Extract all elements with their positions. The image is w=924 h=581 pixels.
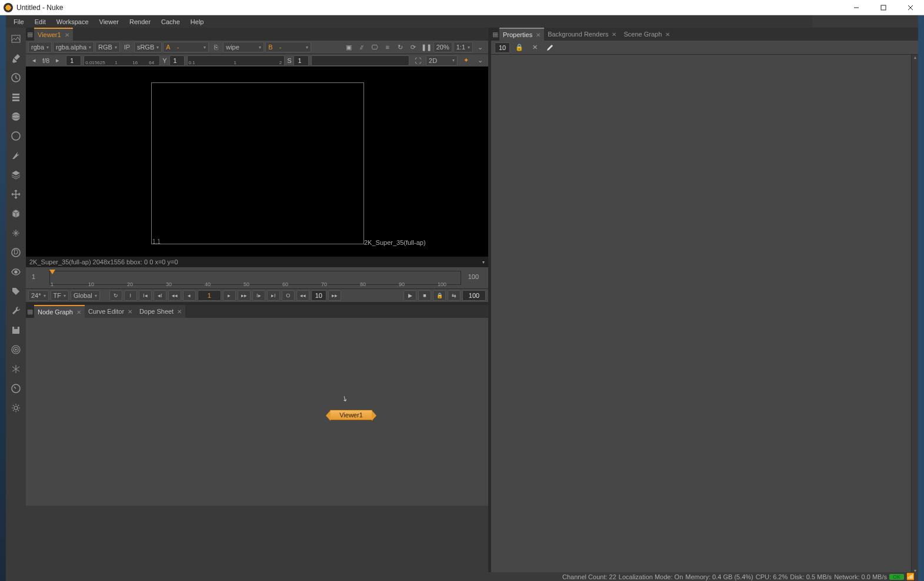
- clip-icon[interactable]: ⎘: [210, 42, 222, 52]
- cube-icon[interactable]: [9, 207, 22, 220]
- save-icon[interactable]: [9, 324, 22, 337]
- scroll-up-icon[interactable]: ▴: [912, 55, 918, 62]
- channel-selector-1[interactable]: rgba▾: [28, 42, 52, 52]
- bbox-icon[interactable]: ⛶: [412, 55, 423, 66]
- zoom-selector[interactable]: 20%: [433, 42, 452, 52]
- loop-icon[interactable]: ↻: [109, 290, 122, 301]
- current-frame-field[interactable]: 1: [198, 290, 221, 301]
- lock-range-icon[interactable]: 🔒: [433, 290, 446, 301]
- roi-icon[interactable]: ▣: [343, 42, 355, 52]
- snow-icon[interactable]: [9, 363, 22, 376]
- properties-max-field[interactable]: 10: [495, 42, 510, 53]
- chevron-down-icon[interactable]: ⌄: [474, 55, 486, 66]
- frame-skip-field[interactable]: 10: [311, 290, 326, 301]
- menu-help[interactable]: Help: [185, 16, 209, 27]
- particles-icon[interactable]: [9, 227, 22, 240]
- tab-dope-sheet[interactable]: Dope Sheet✕: [136, 305, 185, 318]
- edit-icon[interactable]: [544, 42, 556, 53]
- gauge-icon[interactable]: [9, 382, 22, 395]
- fstop-value[interactable]: 1: [66, 55, 81, 66]
- tf-selector[interactable]: TF▾: [51, 290, 69, 301]
- input-a-selector[interactable]: A -▾: [163, 42, 209, 52]
- reload-icon[interactable]: ⟳: [408, 42, 419, 52]
- proxy-icon[interactable]: ⫽: [356, 42, 368, 52]
- prev-arrow-icon[interactable]: ◂: [28, 55, 40, 66]
- gear-icon[interactable]: [9, 401, 22, 414]
- menu-viewer[interactable]: Viewer: [94, 16, 124, 27]
- tab-curve-editor[interactable]: Curve Editor✕: [85, 305, 136, 318]
- view-mode-selector[interactable]: 2D▾: [426, 55, 458, 66]
- last-frame-button[interactable]: ▸I: [267, 290, 280, 301]
- prev-key-button[interactable]: ◂I: [154, 290, 166, 301]
- play-state-icon[interactable]: ▶: [403, 290, 416, 301]
- skip-back-button[interactable]: ◂◂: [296, 290, 309, 301]
- pane-menu-button[interactable]: ▦: [26, 305, 34, 318]
- lock-icon[interactable]: 🔒: [513, 42, 525, 53]
- node-graph-canvas[interactable]: ↘ Viewer1: [26, 318, 488, 506]
- vectors-icon[interactable]: [9, 149, 22, 162]
- wrench-icon[interactable]: [9, 304, 22, 317]
- timeline[interactable]: 1 100 1 10 20 30 40 50 60 70 80 90 100: [26, 267, 488, 288]
- first-frame-button[interactable]: I◂: [139, 290, 152, 301]
- window-close-button[interactable]: [897, 0, 924, 15]
- tab-background-renders[interactable]: Background Renders✕: [544, 28, 620, 41]
- image-icon[interactable]: [9, 32, 22, 45]
- close-icon[interactable]: ✕: [177, 308, 182, 315]
- input-b-selector[interactable]: B -▾: [265, 42, 311, 52]
- window-titlebar[interactable]: Untitled - Nuke: [0, 0, 924, 15]
- tab-viewer1[interactable]: Viewer1 ✕: [34, 28, 73, 41]
- window-maximize-button[interactable]: [870, 0, 897, 15]
- pixel-ratio-selector[interactable]: 1:1▾: [453, 42, 473, 52]
- play-forward-button[interactable]: ▸▸: [238, 290, 251, 301]
- close-icon[interactable]: ✕: [65, 32, 69, 38]
- tag-icon[interactable]: [9, 285, 22, 298]
- in-point-icon[interactable]: I: [124, 290, 137, 301]
- chevron-down-icon[interactable]: ⌄: [474, 42, 486, 52]
- skip-fwd-button[interactable]: ▸▸: [328, 290, 341, 301]
- tab-scene-graph[interactable]: Scene Graph✕: [620, 28, 673, 41]
- menu-cache[interactable]: Cache: [156, 16, 185, 27]
- ip-button[interactable]: IP: [121, 42, 133, 52]
- next-arrow-icon[interactable]: ▸: [52, 55, 64, 66]
- exposure-slider[interactable]: 0.015625 1 16 64: [84, 55, 160, 66]
- gamma-value[interactable]: 1: [169, 55, 185, 66]
- display-mode-selector[interactable]: RGB▾: [95, 42, 120, 52]
- window-minimize-button[interactable]: [843, 0, 870, 15]
- stack-icon[interactable]: [9, 91, 22, 104]
- gamma-slider[interactable]: 0.1 1 2: [187, 55, 285, 66]
- step-back-button[interactable]: ◂: [183, 290, 196, 301]
- stop-icon[interactable]: ■: [418, 290, 431, 301]
- monitor-icon[interactable]: 🖵: [369, 42, 381, 52]
- info-dropdown-icon[interactable]: ▾: [482, 260, 485, 265]
- menu-edit[interactable]: Edit: [29, 16, 51, 27]
- properties-scrollbar[interactable]: ▴ ▾: [911, 55, 918, 575]
- lock-icon[interactable]: ✦: [460, 55, 472, 66]
- target-icon[interactable]: [9, 343, 22, 356]
- node-input-arrow[interactable]: ↘: [340, 393, 349, 403]
- out-point-icon[interactable]: O: [282, 290, 295, 301]
- next-key-button[interactable]: I▸: [252, 290, 265, 301]
- pen-icon[interactable]: [9, 52, 22, 65]
- close-icon[interactable]: ✕: [665, 31, 670, 38]
- refresh-icon[interactable]: ↻: [395, 42, 406, 52]
- viewer-canvas[interactable]: 1,1 2K_Super_35(full-ap): [26, 67, 488, 257]
- channel-selector-2[interactable]: rgba.alpha▾: [53, 42, 94, 52]
- step-forward-button[interactable]: ▸: [223, 290, 236, 301]
- gain-value[interactable]: 1: [293, 55, 309, 66]
- viewer-info-bar[interactable]: 2K_Super_35(full-ap) 2048x1556 bbox: 0 0…: [26, 257, 488, 267]
- node-viewer1[interactable]: Viewer1: [330, 410, 372, 420]
- layers-icon[interactable]: [9, 168, 22, 181]
- sync-icon[interactable]: ⇆: [448, 290, 461, 301]
- close-icon[interactable]: ✕: [128, 308, 132, 315]
- close-icon[interactable]: ✕: [536, 32, 541, 38]
- overlay-icon[interactable]: ≡: [382, 42, 393, 52]
- menu-file[interactable]: File: [8, 16, 29, 27]
- menu-workspace[interactable]: Workspace: [51, 16, 94, 27]
- close-icon[interactable]: ✕: [76, 309, 81, 316]
- pause-icon[interactable]: ❚❚: [421, 42, 432, 52]
- pane-menu-button[interactable]: ▦: [491, 28, 499, 41]
- wipe-selector[interactable]: wipe▾: [223, 42, 264, 52]
- tab-node-graph[interactable]: Node Graph✕: [34, 305, 85, 318]
- clock-icon[interactable]: [9, 71, 22, 84]
- gain-slider[interactable]: [311, 55, 409, 66]
